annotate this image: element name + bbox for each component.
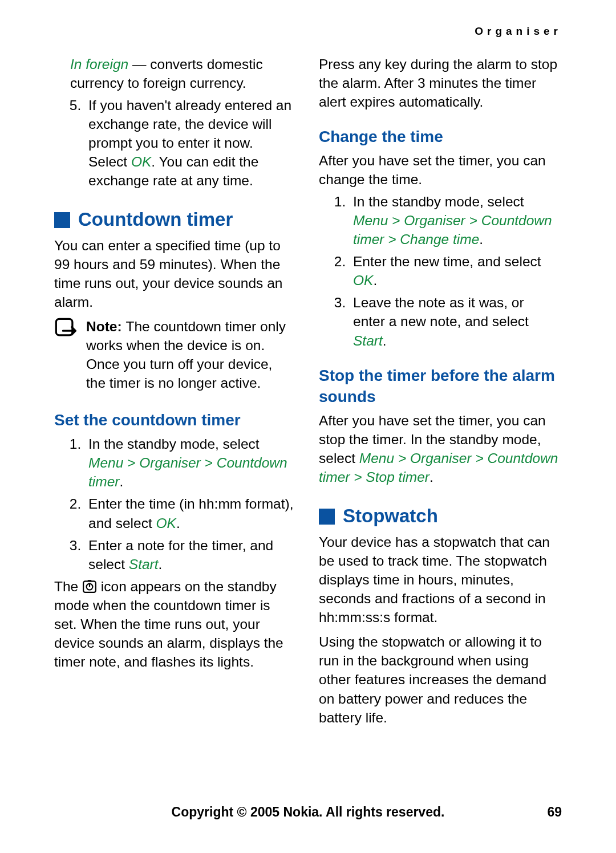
page-number: 69 bbox=[547, 805, 562, 820]
timer-icon bbox=[82, 579, 97, 594]
change-step-3: Leave the note as it was, or enter a new… bbox=[350, 293, 558, 350]
copyright-text: Copyright © 2005 Nokia. All rights reser… bbox=[172, 805, 445, 819]
stop-timer-desc: After you have set the timer, you can st… bbox=[319, 411, 558, 486]
set-step-2: Enter the time (in hh:mm format), and se… bbox=[85, 494, 294, 532]
note-block: Note: The countdown timer only works whe… bbox=[54, 317, 294, 395]
start-text: Start bbox=[353, 333, 383, 348]
menu-path: Menu > Organiser > Countdown timer > Cha… bbox=[353, 213, 552, 247]
change-time-heading: Change the time bbox=[319, 126, 558, 148]
stopwatch-desc-1: Your device has a stopwatch that can be … bbox=[319, 533, 558, 627]
note-label: Note: bbox=[86, 319, 125, 334]
change-step-1: In the standby mode, select Menu > Organ… bbox=[350, 192, 558, 249]
menu-path: Menu > Organiser > Countdown timer bbox=[88, 455, 287, 489]
ok-text: OK bbox=[131, 154, 151, 169]
left-column: In foreign — converts domestic currency … bbox=[54, 55, 294, 729]
ok-text: OK bbox=[156, 515, 176, 531]
standby-icon-desc: The icon appears on the standby mode whe… bbox=[54, 577, 294, 671]
countdown-desc: You can enter a specified time (up to 99… bbox=[54, 236, 294, 311]
set-step-3: Enter a note for the timer, and select S… bbox=[85, 536, 294, 574]
exchange-rate-step: If you haven't already entered an exchan… bbox=[85, 96, 294, 190]
foreign-label: In foreign bbox=[70, 56, 128, 72]
change-step-2: Enter the new time, and select OK. bbox=[350, 252, 558, 290]
set-timer-heading: Set the countdown timer bbox=[54, 409, 294, 431]
svg-rect-1 bbox=[83, 581, 96, 592]
stopwatch-desc-2: Using the stopwatch or allowing it to ru… bbox=[319, 632, 558, 726]
footer: Copyright © 2005 Nokia. All rights reser… bbox=[0, 805, 616, 820]
stopwatch-heading: Stopwatch bbox=[319, 503, 558, 529]
change-time-desc: After you have set the timer, you can ch… bbox=[319, 151, 558, 189]
stop-timer-heading: Stop the timer before the alarm sounds bbox=[319, 365, 558, 408]
note-icon bbox=[54, 317, 86, 395]
ok-text: OK bbox=[353, 273, 373, 288]
start-text: Start bbox=[129, 557, 159, 572]
svg-rect-0 bbox=[56, 319, 72, 336]
section-header: Organiser bbox=[54, 25, 562, 38]
right-column: Press any key during the alarm to stop t… bbox=[319, 55, 558, 729]
countdown-timer-heading: Countdown timer bbox=[54, 207, 294, 233]
foreign-line: In foreign — converts domestic currency … bbox=[70, 55, 294, 92]
alarm-desc: Press any key during the alarm to stop t… bbox=[319, 55, 558, 111]
set-step-1: In the standby mode, select Menu > Organ… bbox=[85, 434, 294, 491]
